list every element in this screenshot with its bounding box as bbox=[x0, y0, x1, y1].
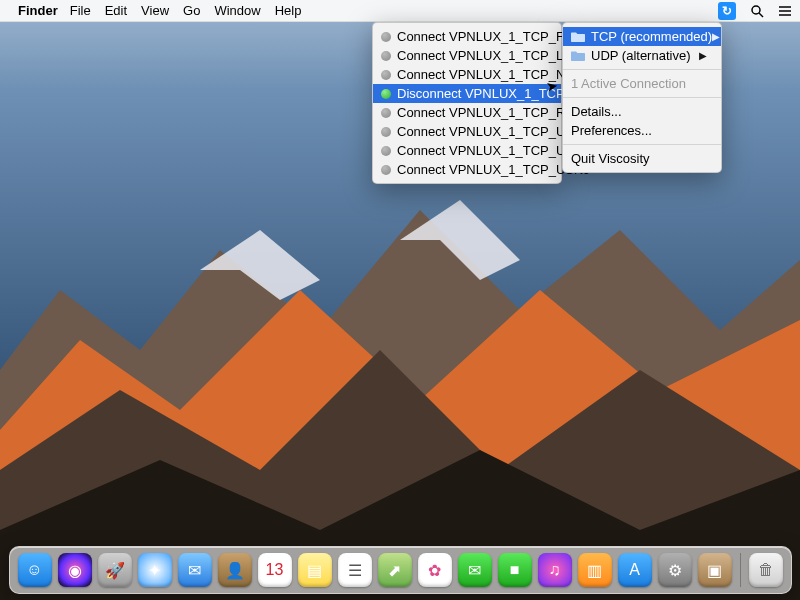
vpn-connections-menu: Connect VPNLUX_1_TCP_FRConnect VPNLUX_1_… bbox=[372, 22, 562, 184]
viscosity-submenu: TCP (recommended)▶UDP (alternative)▶ 1 A… bbox=[562, 22, 722, 173]
vpn-connection-label: Connect VPNLUX_1_TCP_USNJ bbox=[397, 162, 590, 177]
svg-point-0 bbox=[752, 6, 760, 14]
status-connected-icon bbox=[381, 89, 391, 99]
vpn-connection-label: Connect VPNLUX_1_TCP_UK bbox=[397, 124, 574, 139]
viscosity-menubar-icon[interactable]: ↻ bbox=[718, 2, 736, 20]
vpn-connection-item[interactable]: Connect VPNLUX_1_TCP_FR bbox=[373, 27, 561, 46]
menu-quit-viscosity[interactable]: Quit Viscosity bbox=[563, 149, 721, 168]
status-disconnected-icon bbox=[381, 51, 391, 61]
dock-app-trash[interactable]: 🗑 bbox=[749, 553, 783, 587]
app-name[interactable]: Finder bbox=[18, 3, 58, 18]
menu-preferences[interactable]: Preferences... bbox=[563, 121, 721, 140]
vpn-connection-item[interactable]: Disconnect VPNLUX_1_TCP_RUMSK bbox=[373, 84, 561, 103]
dock-separator bbox=[740, 553, 741, 587]
vpn-connection-item[interactable]: Connect VPNLUX_1_TCP_UK bbox=[373, 122, 561, 141]
menubar-item-file[interactable]: File bbox=[70, 3, 91, 18]
dock-app-finder[interactable]: ☺ bbox=[18, 553, 52, 587]
dock-app-ibooks[interactable]: ▥ bbox=[578, 553, 612, 587]
protocol-folder-item[interactable]: TCP (recommended)▶ bbox=[563, 27, 721, 46]
protocol-folder-item[interactable]: UDP (alternative)▶ bbox=[563, 46, 721, 65]
svg-line-1 bbox=[759, 13, 763, 17]
dock-app-messages[interactable]: ✉ bbox=[458, 553, 492, 587]
dock-app-viscosity[interactable]: ▣ bbox=[698, 553, 732, 587]
status-disconnected-icon bbox=[381, 146, 391, 156]
dock-app-reminders[interactable]: ☰ bbox=[338, 553, 372, 587]
dock-app-mail[interactable]: ✉ bbox=[178, 553, 212, 587]
dock-app-maps[interactable]: ⬈ bbox=[378, 553, 412, 587]
status-disconnected-icon bbox=[381, 108, 391, 118]
menubar-item-help[interactable]: Help bbox=[275, 3, 302, 18]
dock-app-siri[interactable]: ◉ bbox=[58, 553, 92, 587]
desktop-wallpaper bbox=[0, 170, 800, 600]
vpn-connection-item[interactable]: Connect VPNLUX_1_TCP_LU bbox=[373, 46, 561, 65]
dock-app-appstore[interactable]: A bbox=[618, 553, 652, 587]
dock-app-launchpad[interactable]: 🚀 bbox=[98, 553, 132, 587]
menubar-item-view[interactable]: View bbox=[141, 3, 169, 18]
dock-app-safari[interactable]: ✦ bbox=[138, 553, 172, 587]
active-connection-status: 1 Active Connection bbox=[563, 74, 721, 93]
vpn-connection-label: Connect VPNLUX_1_TCP_LU bbox=[397, 48, 573, 63]
menubar: Finder FileEditViewGoWindowHelp ↻ bbox=[0, 0, 800, 22]
svg-marker-6 bbox=[200, 230, 320, 300]
protocol-label: UDP (alternative) bbox=[591, 48, 690, 63]
svg-marker-7 bbox=[400, 200, 520, 280]
menubar-item-go[interactable]: Go bbox=[183, 3, 200, 18]
dock: ☺◉🚀✦✉👤13▤☰⬈✿✉■♫▥A⚙▣🗑 bbox=[0, 546, 800, 594]
spotlight-icon[interactable] bbox=[750, 4, 764, 18]
folder-icon bbox=[571, 51, 585, 61]
menubar-item-window[interactable]: Window bbox=[214, 3, 260, 18]
vpn-connection-item[interactable]: Connect VPNLUX_1_TCP_USNJ bbox=[373, 160, 561, 179]
dock-app-calendar[interactable]: 13 bbox=[258, 553, 292, 587]
status-disconnected-icon bbox=[381, 70, 391, 80]
menu-details[interactable]: Details... bbox=[563, 102, 721, 121]
svg-marker-5 bbox=[0, 210, 800, 600]
vpn-connection-item[interactable]: Connect VPNLUX_1_TCP_USCA bbox=[373, 141, 561, 160]
status-disconnected-icon bbox=[381, 127, 391, 137]
submenu-arrow-icon: ▶ bbox=[712, 31, 720, 42]
status-disconnected-icon bbox=[381, 165, 391, 175]
notification-center-icon[interactable] bbox=[778, 4, 792, 18]
vpn-connection-item[interactable]: Connect VPNLUX_1_TCP_RUSPB bbox=[373, 103, 561, 122]
protocol-label: TCP (recommended) bbox=[591, 29, 712, 44]
dock-app-notes[interactable]: ▤ bbox=[298, 553, 332, 587]
dock-app-facetime[interactable]: ■ bbox=[498, 553, 532, 587]
vpn-connection-label: Connect VPNLUX_1_TCP_FR bbox=[397, 29, 573, 44]
folder-icon bbox=[571, 32, 585, 42]
mouse-cursor: ➤ bbox=[545, 77, 560, 95]
dock-app-preferences[interactable]: ⚙ bbox=[658, 553, 692, 587]
menubar-item-edit[interactable]: Edit bbox=[105, 3, 127, 18]
submenu-arrow-icon: ▶ bbox=[699, 50, 707, 61]
dock-app-contacts[interactable]: 👤 bbox=[218, 553, 252, 587]
dock-app-photos[interactable]: ✿ bbox=[418, 553, 452, 587]
dock-app-itunes[interactable]: ♫ bbox=[538, 553, 572, 587]
vpn-connection-item[interactable]: Connect VPNLUX_1_TCP_NL bbox=[373, 65, 561, 84]
status-disconnected-icon bbox=[381, 32, 391, 42]
